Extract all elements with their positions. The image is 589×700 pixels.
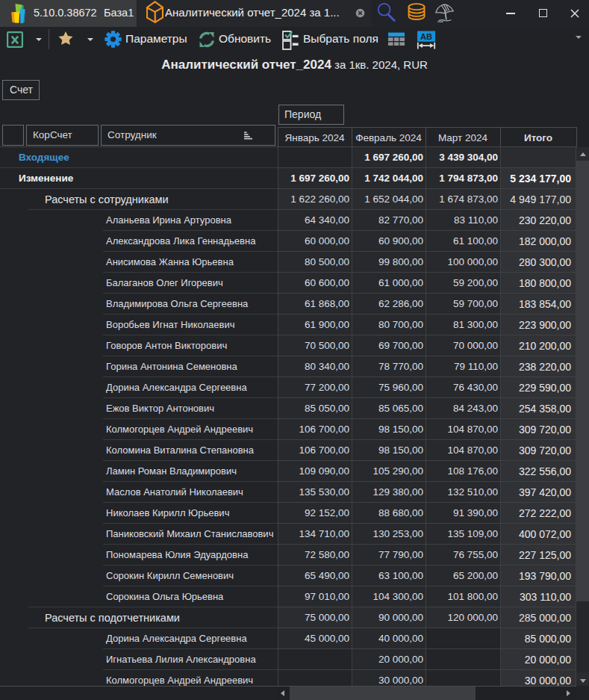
svg-text:AB: AB xyxy=(420,32,432,41)
